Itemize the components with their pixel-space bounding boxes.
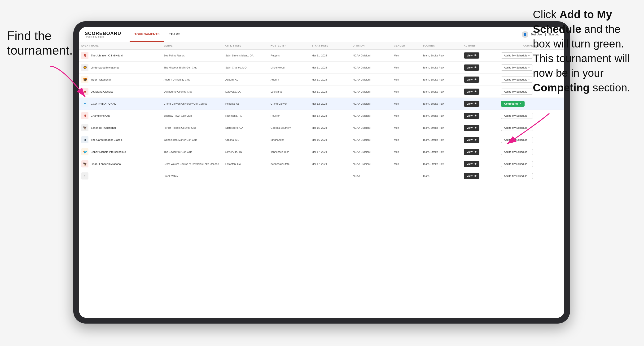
view-button[interactable]: View 👁 bbox=[464, 161, 480, 167]
start-date-cell bbox=[309, 170, 350, 182]
avatar: 👤 bbox=[522, 31, 528, 38]
tab-teams[interactable]: TEAMS bbox=[164, 27, 185, 42]
city-cell: Eatonton, GA bbox=[223, 158, 268, 170]
competing-label: Competing bbox=[504, 102, 518, 105]
team-logo: • bbox=[81, 173, 88, 179]
tab-tournaments[interactable]: TOURNAMENTS bbox=[130, 27, 164, 42]
view-button[interactable]: View 👁 bbox=[464, 64, 480, 71]
hosted-cell: Georgia Southern bbox=[268, 122, 309, 134]
add-to-schedule-button[interactable]: Add to My Schedule + bbox=[501, 52, 533, 59]
event-cell: 🦁 Lindenwood Invitational bbox=[79, 62, 161, 74]
add-to-schedule-button[interactable]: Add to My Schedule + bbox=[501, 64, 533, 71]
hosted-cell: Houston bbox=[268, 110, 309, 122]
start-date-cell: Mar 11, 2024 bbox=[309, 74, 350, 86]
add-to-schedule-button[interactable]: Add to My Schedule + bbox=[501, 77, 533, 83]
division-cell: NCAA Division I bbox=[350, 146, 392, 158]
view-button[interactable]: View 👁 bbox=[464, 137, 480, 143]
eye-icon: 👁 bbox=[474, 102, 476, 105]
check-icon: ✓ bbox=[519, 102, 521, 105]
eye-icon: 👁 bbox=[474, 126, 476, 129]
division-cell: NCAA bbox=[350, 170, 392, 182]
gender-cell: Men bbox=[392, 146, 420, 158]
add-to-schedule-button[interactable]: Add to My Schedule + bbox=[501, 89, 533, 95]
view-button[interactable]: View 👁 bbox=[464, 125, 480, 131]
hosted-cell bbox=[268, 170, 309, 182]
eye-icon: 👁 bbox=[474, 78, 476, 81]
scoring-cell: Team, Stroke Play bbox=[420, 122, 462, 134]
start-date-cell: Mar 13, 2024 bbox=[309, 110, 350, 122]
plus-icon: + bbox=[528, 66, 530, 69]
team-logo: 🦅 bbox=[81, 124, 88, 131]
col-header-venue: VENUE bbox=[161, 42, 223, 50]
venue-cell: Brook Valley bbox=[161, 170, 223, 182]
logo-text: SCOREBOARD bbox=[85, 31, 121, 36]
venue-cell: Great Waters Course At Reynolds Lake Oco… bbox=[161, 158, 223, 170]
view-button[interactable]: View 👁 bbox=[464, 52, 480, 59]
hosted-cell: Kennesaw State bbox=[268, 158, 309, 170]
event-cell: 🐯 Tiger Invitational bbox=[79, 74, 161, 86]
view-button[interactable]: View 👁 bbox=[464, 149, 480, 155]
col-header-event: EVENT NAME bbox=[79, 42, 161, 50]
event-name: Lindenwood Invitational bbox=[91, 66, 119, 69]
table-header-row: EVENT NAME VENUE CITY, STATE HOSTED BY S… bbox=[79, 42, 564, 50]
hosted-cell: Grand Canyon bbox=[268, 98, 309, 110]
city-cell bbox=[223, 170, 268, 182]
team-logo: R bbox=[81, 52, 88, 59]
actions-cell: View 👁 bbox=[462, 98, 498, 110]
event-cell: 🦅 Schenkel Invitational bbox=[79, 122, 161, 134]
city-cell: Lafayette, LA bbox=[223, 86, 268, 98]
view-label: View bbox=[466, 174, 472, 177]
eye-icon: 👁 bbox=[474, 138, 476, 142]
gender-cell: Men bbox=[392, 134, 420, 146]
start-date-cell: Mar 12, 2024 bbox=[309, 98, 350, 110]
event-name: The Carpetbagger Classic bbox=[91, 138, 122, 141]
city-cell: Richmond, TX bbox=[223, 110, 268, 122]
table-row: 🦅 Linger Longer Invitational Great Water… bbox=[79, 158, 564, 170]
table-row: B The Carpetbagger Classic Worthington M… bbox=[79, 134, 564, 146]
division-cell: NCAA Division I bbox=[350, 62, 392, 74]
table-row: 🦅 Schenkel Invitational Forest Heights C… bbox=[79, 122, 564, 134]
view-label: View bbox=[466, 163, 472, 165]
city-cell: Statesboro, GA bbox=[223, 122, 268, 134]
col-header-start: START DATE bbox=[309, 42, 350, 50]
actions-cell: View 👁 bbox=[462, 158, 498, 170]
add-schedule-label: Add to My Schedule bbox=[504, 174, 527, 177]
add-schedule-label: Add to My Schedule bbox=[504, 151, 527, 153]
eye-icon: 👁 bbox=[474, 90, 476, 93]
view-label: View bbox=[466, 54, 472, 57]
col-header-scoring: SCORING bbox=[420, 42, 462, 50]
arrow-right-indicator bbox=[493, 111, 552, 149]
event-name: The Johnnie - O Individual bbox=[91, 54, 122, 57]
gender-cell: Men bbox=[392, 86, 420, 98]
competing-button[interactable]: Competing ✓ bbox=[501, 101, 524, 107]
view-button[interactable]: View 👁 bbox=[464, 173, 480, 179]
table-row: 🐯 Tiger Invitational Auburn University C… bbox=[79, 74, 564, 86]
view-button[interactable]: View 👁 bbox=[464, 89, 480, 95]
view-button[interactable]: View 👁 bbox=[464, 77, 480, 83]
team-logo: 🦁 bbox=[81, 64, 88, 71]
find-tournament-annotation: Find the tournament. bbox=[7, 28, 73, 58]
event-cell: 🦅 Linger Longer Invitational bbox=[79, 158, 161, 170]
view-button[interactable]: View 👁 bbox=[464, 113, 480, 119]
table-row: R The Johnnie - O Individual Sea Palms R… bbox=[79, 50, 564, 62]
event-name: Linger Longer Invitational bbox=[91, 163, 121, 165]
team-logo: 🐦 bbox=[81, 148, 88, 156]
scoring-cell: Team, Stroke Play bbox=[420, 50, 462, 62]
division-cell: NCAA Division I bbox=[350, 122, 392, 134]
start-date-cell: Mar 17, 2024 bbox=[309, 146, 350, 158]
eye-icon: 👁 bbox=[474, 54, 476, 57]
plus-icon: + bbox=[528, 54, 530, 57]
team-logo: H bbox=[81, 112, 88, 119]
view-button[interactable]: View 👁 bbox=[464, 101, 480, 107]
add-to-schedule-button[interactable]: Add to My Schedule + bbox=[501, 161, 533, 167]
team-logo: B bbox=[81, 136, 88, 143]
team-logo: 🐯 bbox=[81, 76, 88, 83]
add-to-schedule-button[interactable]: Add to My Schedule + bbox=[501, 149, 533, 155]
start-date-cell: Mar 11, 2024 bbox=[309, 86, 350, 98]
gender-cell: Men bbox=[392, 62, 420, 74]
event-name: Louisiana Classics bbox=[91, 90, 113, 93]
add-to-schedule-button[interactable]: Add to My Schedule + bbox=[501, 173, 533, 179]
event-name: Tiger Invitational bbox=[91, 78, 111, 81]
add-schedule-label: Add to My Schedule bbox=[504, 90, 527, 93]
col-header-actions: ACTIONS bbox=[462, 42, 498, 50]
